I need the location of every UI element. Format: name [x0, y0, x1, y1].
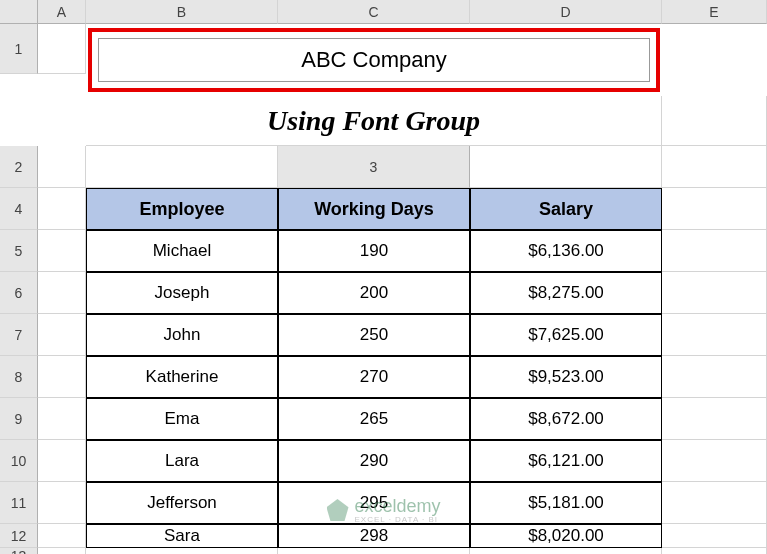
row-header-2[interactable]: 2 — [0, 146, 38, 188]
row-header-8[interactable]: 8 — [0, 356, 38, 398]
row-header-5[interactable]: 5 — [0, 230, 38, 272]
cell-e2[interactable] — [86, 146, 278, 188]
table-row[interactable]: $8,275.00 — [470, 272, 662, 314]
table-row[interactable]: $5,181.00 — [470, 482, 662, 524]
company-merged-cell[interactable]: ABC Company — [86, 24, 662, 96]
table-row[interactable]: Joseph — [86, 272, 278, 314]
row-header-7[interactable]: 7 — [0, 314, 38, 356]
table-row[interactable]: 200 — [278, 272, 470, 314]
col-header-c[interactable]: C — [278, 0, 470, 24]
row-header-13[interactable]: 13 — [0, 548, 38, 554]
spreadsheet-grid: A B C D E 1 Using Font Group 2 ABC Compa… — [0, 0, 767, 554]
cell-e3[interactable] — [662, 146, 767, 188]
row-header-3[interactable]: 3 — [278, 146, 470, 188]
watermark-text: exceldemy — [354, 496, 440, 516]
row-header-6[interactable]: 6 — [0, 272, 38, 314]
cell-e9[interactable] — [662, 398, 767, 440]
table-row[interactable]: 270 — [278, 356, 470, 398]
cell-a6[interactable] — [38, 272, 86, 314]
cell-c13[interactable] — [278, 548, 470, 554]
col-header-b[interactable]: B — [86, 0, 278, 24]
col-header-a[interactable]: A — [38, 0, 86, 24]
selection-highlight: ABC Company — [88, 28, 660, 92]
table-row[interactable]: Michael — [86, 230, 278, 272]
cell-e4[interactable] — [662, 188, 767, 230]
table-row[interactable]: 190 — [278, 230, 470, 272]
header-salary[interactable]: Salary — [470, 188, 662, 230]
row-header-9[interactable]: 9 — [0, 398, 38, 440]
cell-a2[interactable] — [38, 146, 86, 188]
table-row[interactable]: $9,523.00 — [470, 356, 662, 398]
cell-e13[interactable] — [662, 548, 767, 554]
cell-a5[interactable] — [38, 230, 86, 272]
cell-a1[interactable] — [38, 24, 86, 74]
cell-e11[interactable] — [662, 482, 767, 524]
col-header-e[interactable]: E — [662, 0, 767, 24]
header-days[interactable]: Working Days — [278, 188, 470, 230]
table-row[interactable]: Sara — [86, 524, 278, 548]
logo-icon — [326, 499, 348, 521]
table-row[interactable]: $6,121.00 — [470, 440, 662, 482]
watermark-sub: EXCEL · DATA · BI — [354, 515, 440, 524]
row-header-11[interactable]: 11 — [0, 482, 38, 524]
watermark: exceldemy EXCEL · DATA · BI — [326, 496, 440, 524]
cell-e8[interactable] — [662, 356, 767, 398]
cell-e7[interactable] — [662, 314, 767, 356]
table-row[interactable]: John — [86, 314, 278, 356]
table-row[interactable]: Katherine — [86, 356, 278, 398]
table-row[interactable]: 290 — [278, 440, 470, 482]
cell-d13[interactable] — [470, 548, 662, 554]
page-title[interactable]: Using Font Group — [86, 96, 662, 146]
cell-a11[interactable] — [38, 482, 86, 524]
table-row[interactable]: $6,136.00 — [470, 230, 662, 272]
table-row[interactable]: $8,020.00 — [470, 524, 662, 548]
cell-a7[interactable] — [38, 314, 86, 356]
table-row[interactable]: Jefferson — [86, 482, 278, 524]
cell-a8[interactable] — [38, 356, 86, 398]
cell-a10[interactable] — [38, 440, 86, 482]
cell-a12[interactable] — [38, 524, 86, 548]
row-header-1[interactable]: 1 — [0, 24, 38, 74]
col-header-d[interactable]: D — [470, 0, 662, 24]
table-row[interactable]: 250 — [278, 314, 470, 356]
row-header-4[interactable]: 4 — [0, 188, 38, 230]
cell-a3[interactable] — [470, 146, 662, 188]
company-name: ABC Company — [98, 38, 651, 83]
header-employee[interactable]: Employee — [86, 188, 278, 230]
cell-a13[interactable] — [38, 548, 86, 554]
cell-e6[interactable] — [662, 272, 767, 314]
table-row[interactable]: 265 — [278, 398, 470, 440]
row-header-12[interactable]: 12 — [0, 524, 38, 548]
table-row[interactable]: $7,625.00 — [470, 314, 662, 356]
table-row[interactable]: 298 — [278, 524, 470, 548]
cell-e12[interactable] — [662, 524, 767, 548]
cell-e10[interactable] — [662, 440, 767, 482]
cell-b13[interactable] — [86, 548, 278, 554]
corner-cell[interactable] — [0, 0, 38, 24]
row-header-10[interactable]: 10 — [0, 440, 38, 482]
table-row[interactable]: Lara — [86, 440, 278, 482]
cell-e1[interactable] — [662, 96, 767, 146]
cell-a9[interactable] — [38, 398, 86, 440]
table-row[interactable]: Ema — [86, 398, 278, 440]
table-row[interactable]: $8,672.00 — [470, 398, 662, 440]
cell-a4[interactable] — [38, 188, 86, 230]
cell-e5[interactable] — [662, 230, 767, 272]
